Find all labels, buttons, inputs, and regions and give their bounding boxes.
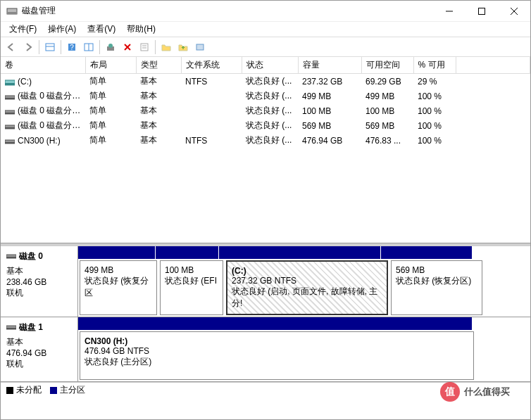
refresh-icon[interactable] <box>103 39 118 55</box>
col-fs[interactable]: 文件系统 <box>181 57 242 74</box>
partition-block[interactable]: CN300 (H:)476.94 GB NTFS状态良好 (主分区) <box>80 331 474 380</box>
folder-up-icon[interactable] <box>175 39 191 55</box>
folder-icon[interactable] <box>158 39 174 55</box>
svg-point-13 <box>108 44 113 48</box>
partition-size: 237.32 GB NTFS <box>232 276 382 286</box>
cell-type: 基本 <box>136 133 181 148</box>
cell-capacity: 100 MB <box>298 103 361 118</box>
col-status[interactable]: 状态 <box>242 57 298 74</box>
volume-row[interactable]: (C:)简单基本NTFS状态良好 (...237.32 GB69.29 GB29… <box>1 74 530 89</box>
disk-info: 磁盘 1基本476.94 GB联机 <box>1 317 78 381</box>
cell-layout: 简单 <box>85 133 136 148</box>
partition-block[interactable]: 100 MB状态良好 (EFI <box>160 260 223 315</box>
properties-icon[interactable] <box>137 39 152 55</box>
col-capacity[interactable]: 容量 <box>298 57 361 74</box>
menu-help[interactable]: 帮助(H) <box>121 22 161 37</box>
svg-rect-19 <box>196 44 204 50</box>
cell-status: 状态良好 (... <box>242 133 298 148</box>
disk-label: 磁盘 0 <box>19 250 43 262</box>
cell-type: 基本 <box>136 103 181 118</box>
volume-name: (C:) <box>18 77 32 87</box>
cell-status: 状态良好 (... <box>242 118 298 133</box>
cell-type: 基本 <box>136 118 181 133</box>
delete-icon[interactable] <box>120 39 135 55</box>
svg-rect-29 <box>5 142 15 144</box>
drive-icon <box>5 122 15 129</box>
cell-capacity: 569 MB <box>298 118 361 133</box>
disk-size: 476.94 GB <box>6 348 72 358</box>
volume-row[interactable]: (磁盘 0 磁盘分区 2)简单基本状态良好 (...100 MB100 MB10… <box>1 103 530 118</box>
cell-pct: 100 % <box>413 133 456 148</box>
cell-pct: 100 % <box>413 103 456 118</box>
volume-row[interactable]: CN300 (H:)简单基本NTFS状态良好 (...476.94 GB476.… <box>1 133 530 148</box>
partition-size: 569 MB <box>396 265 477 275</box>
disk-row: 磁盘 1基本476.94 GB联机CN300 (H:)476.94 GB NTF… <box>1 317 530 382</box>
cell-layout: 简单 <box>85 118 136 133</box>
titlebar: 磁盘管理 <box>1 1 530 22</box>
svg-rect-6 <box>46 44 54 51</box>
disk-info: 磁盘 0基本238.46 GB联机 <box>1 246 78 317</box>
svg-rect-31 <box>6 257 16 258</box>
partition-status: 状态良好 (恢复分区 <box>85 275 152 299</box>
svg-text:?: ? <box>70 44 74 51</box>
partition-block[interactable]: (C:)237.32 GB NTFS状态良好 (启动, 页面文件, 故障转储, … <box>226 260 388 315</box>
partition-block[interactable]: 569 MB状态良好 (恢复分区) <box>391 260 482 315</box>
cell-layout: 简单 <box>85 103 136 118</box>
cell-free: 499 MB <box>361 89 413 103</box>
col-free[interactable]: 可用空间 <box>361 57 413 74</box>
col-layout[interactable]: 布局 <box>85 57 136 74</box>
partition-size: 499 MB <box>85 265 152 275</box>
cell-type: 基本 <box>136 74 181 89</box>
volume-row[interactable]: (磁盘 0 磁盘分区 5)简单基本状态良好 (...569 MB569 MB10… <box>1 118 530 133</box>
legend-unallocated: 未分配 <box>16 384 42 396</box>
col-type[interactable]: 类型 <box>136 57 181 74</box>
disk-icon <box>6 252 16 262</box>
disk-size: 238.46 GB <box>6 277 72 287</box>
svg-rect-21 <box>5 83 15 85</box>
menu-file[interactable]: 文件(F) <box>4 22 42 37</box>
partition-size: 100 MB <box>165 265 218 275</box>
forward-button[interactable] <box>20 39 36 55</box>
partition-status: 状态良好 (EFI <box>165 275 218 287</box>
legend: 未分配 主分区 <box>1 382 530 397</box>
disk-icon <box>6 323 16 333</box>
view-list-icon[interactable] <box>42 39 58 55</box>
col-volume[interactable]: 卷 <box>1 57 85 74</box>
legend-unallocated-swatch <box>6 387 13 394</box>
partition-status: 状态良好 (启动, 页面文件, 故障转储, 主分! <box>232 286 382 310</box>
cell-fs <box>181 89 242 103</box>
help-icon[interactable]: ? <box>64 39 80 55</box>
cell-capacity: 499 MB <box>298 89 361 103</box>
legend-primary-swatch <box>50 387 57 394</box>
volume-list[interactable]: 卷 布局 类型 文件系统 状态 容量 可用空间 % 可用 (C:)简单基本NTF… <box>1 57 530 243</box>
partition-status: 状态良好 (恢复分区) <box>396 275 477 287</box>
disk-row: 磁盘 0基本238.46 GB联机499 MB状态良好 (恢复分区100 MB状… <box>1 246 530 317</box>
drive-icon <box>5 137 15 144</box>
partition-size: 476.94 GB NTFS <box>85 346 469 356</box>
maximize-button[interactable] <box>466 1 498 22</box>
svg-rect-23 <box>5 98 15 99</box>
menu-view[interactable]: 查看(V) <box>82 22 121 37</box>
back-button[interactable] <box>4 39 19 55</box>
menu-action[interactable]: 操作(A) <box>42 22 82 37</box>
cell-layout: 简单 <box>85 89 136 103</box>
cell-pct: 29 % <box>413 74 456 89</box>
col-pct[interactable]: % 可用 <box>413 57 456 74</box>
disk-label: 磁盘 1 <box>19 322 43 333</box>
disk-type: 基本 <box>6 265 72 277</box>
disk-status: 联机 <box>6 358 72 370</box>
view-detail-icon[interactable] <box>81 39 96 55</box>
volume-name: CN300 (H:) <box>18 136 61 146</box>
cell-status: 状态良好 (... <box>242 74 298 89</box>
cell-pct: 100 % <box>413 118 456 133</box>
cell-type: 基本 <box>136 89 181 103</box>
settings-icon[interactable] <box>192 39 208 55</box>
minimize-button[interactable] <box>433 1 466 22</box>
close-button[interactable] <box>498 1 530 22</box>
volume-name: (磁盘 0 磁盘分区 2) <box>18 106 85 115</box>
disk-type: 基本 <box>6 336 72 348</box>
partition-block[interactable]: 499 MB状态良好 (恢复分区 <box>80 260 157 315</box>
volume-row[interactable]: (磁盘 0 磁盘分区 1)简单基本状态良好 (...499 MB499 MB10… <box>1 89 530 103</box>
cell-fs: NTFS <box>181 133 242 148</box>
cell-pct: 100 % <box>413 89 456 103</box>
